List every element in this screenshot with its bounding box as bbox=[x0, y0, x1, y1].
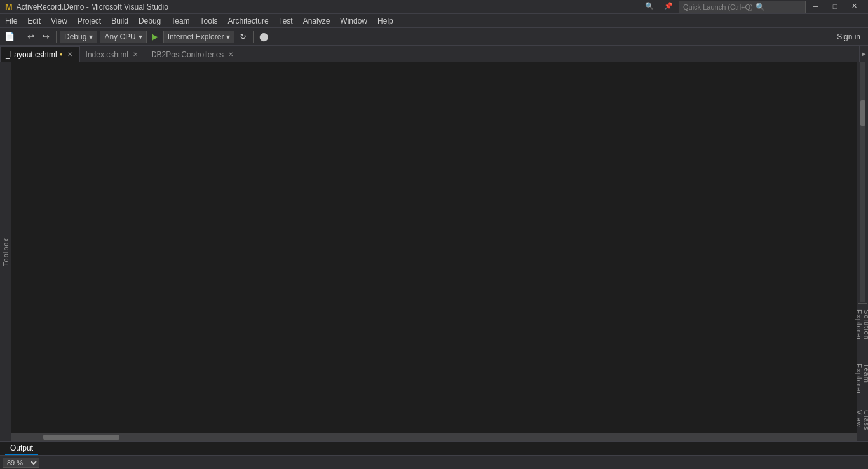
undo-icon[interactable]: ↩ bbox=[24, 30, 37, 44]
menu-item-view[interactable]: View bbox=[46, 14, 72, 28]
tab-scroll-right[interactable]: ▶ bbox=[859, 46, 868, 62]
sign-in-button[interactable]: Sign in bbox=[832, 32, 865, 41]
quick-launch-text: Quick Launch (Ctrl+Q) bbox=[683, 3, 753, 11]
tab-layout-cshtml[interactable]: _Layout.cshtml ● ✕ bbox=[0, 46, 80, 62]
menu-item-test[interactable]: Test bbox=[274, 14, 298, 28]
redo-icon[interactable]: ↪ bbox=[39, 30, 53, 44]
modified-indicator: ● bbox=[60, 51, 63, 57]
menu-item-analyze[interactable]: Analyze bbox=[298, 14, 336, 28]
code-content[interactable] bbox=[39, 62, 857, 433]
play-icon[interactable]: ▶ bbox=[148, 30, 162, 44]
title-bar: M ActiveRecord.Demo - Microsoft Visual S… bbox=[0, 0, 868, 14]
menu-item-team[interactable]: Team bbox=[166, 14, 194, 28]
maximize-button[interactable]: □ bbox=[826, 1, 844, 12]
tab-label: Index.cshtml bbox=[86, 50, 128, 59]
tab-label: _Layout.cshtml bbox=[6, 50, 57, 59]
tab-index-cshtml[interactable]: Index.cshtml ✕ bbox=[80, 46, 146, 62]
sidebar-divider bbox=[858, 303, 867, 304]
quick-launch-bar[interactable]: Quick Launch (Ctrl+Q) 🔍 bbox=[679, 1, 806, 13]
separator bbox=[56, 31, 57, 43]
filter-icon[interactable]: 🔍 bbox=[641, 1, 658, 12]
search-icon: 🔍 bbox=[756, 3, 765, 11]
main-area: Toolbox Solution Explorer Team Explorer … bbox=[0, 62, 868, 441]
chevron-down-icon: ▾ bbox=[226, 32, 230, 41]
menu-item-debug[interactable]: Debug bbox=[133, 14, 166, 28]
browser-dropdown[interactable]: Internet Explorer ▾ bbox=[163, 31, 235, 43]
tab-label: DB2PostController.cs bbox=[151, 50, 224, 59]
line-numbers bbox=[11, 62, 39, 433]
zoom-select[interactable]: 89 % 100 % bbox=[3, 458, 39, 468]
tab-close-icon[interactable]: ✕ bbox=[65, 50, 74, 59]
tab-db2post-controller[interactable]: DB2PostController.cs ✕ bbox=[146, 46, 241, 62]
team-explorer-tab[interactable]: Team Explorer bbox=[854, 358, 869, 402]
minimize-button[interactable]: ─ bbox=[807, 1, 825, 12]
refresh-icon[interactable]: ↻ bbox=[236, 30, 250, 44]
menu-item-file[interactable]: File bbox=[0, 14, 22, 28]
separator bbox=[253, 31, 254, 43]
toolbox-label: Toolbox bbox=[2, 238, 10, 266]
menu-bar: FileEditViewProjectBuildDebugTeamToolsAr… bbox=[0, 14, 868, 28]
output-panel: Output bbox=[0, 441, 868, 455]
h-scroll-thumb[interactable] bbox=[43, 435, 119, 440]
horizontal-scrollbar[interactable] bbox=[11, 433, 857, 441]
code-editor[interactable] bbox=[11, 62, 857, 441]
menu-item-window[interactable]: Window bbox=[335, 14, 372, 28]
pin-icon[interactable]: 📌 bbox=[660, 1, 677, 12]
close-button[interactable]: ✕ bbox=[845, 1, 863, 12]
vertical-scrollbar-track[interactable] bbox=[860, 62, 865, 302]
new-project-icon[interactable]: 📄 bbox=[3, 30, 17, 44]
menu-item-architecture[interactable]: Architecture bbox=[223, 14, 274, 28]
chevron-down-icon: ▾ bbox=[139, 32, 142, 41]
breakpoint-icon[interactable]: ⬤ bbox=[257, 30, 271, 44]
toolbox-sidebar[interactable]: Toolbox bbox=[0, 62, 11, 441]
solution-explorer-tab[interactable]: Solution Explorer bbox=[854, 304, 869, 355]
separator bbox=[20, 31, 20, 43]
debug-mode-dropdown[interactable]: Debug ▾ bbox=[60, 31, 97, 43]
window-controls: 🔍 📌 Quick Launch (Ctrl+Q) 🔍 ─ □ ✕ bbox=[641, 1, 863, 13]
browser-label: Internet Explorer bbox=[168, 32, 224, 41]
tab-close-icon[interactable]: ✕ bbox=[226, 50, 235, 59]
debug-mode-label: Debug bbox=[64, 32, 86, 41]
right-sidebar: Solution Explorer Team Explorer Class Vi… bbox=[857, 62, 868, 441]
vs-icon: M bbox=[5, 2, 13, 12]
window-title: ActiveRecord.Demo - Microsoft Visual Stu… bbox=[17, 3, 641, 11]
class-view-tab[interactable]: Class View bbox=[854, 405, 869, 441]
toolbar: 📄 ↩ ↪ Debug ▾ Any CPU ▾ ▶ Internet Explo… bbox=[0, 28, 868, 46]
zoom-bar: 89 % 100 % bbox=[0, 455, 868, 469]
platform-dropdown[interactable]: Any CPU ▾ bbox=[100, 31, 146, 43]
menu-item-tools[interactable]: Tools bbox=[195, 14, 223, 28]
menu-item-build[interactable]: Build bbox=[106, 14, 133, 28]
tab-close-icon[interactable]: ✕ bbox=[131, 50, 140, 59]
sidebar-divider bbox=[858, 357, 867, 357]
vertical-scrollbar-thumb[interactable] bbox=[860, 100, 865, 126]
menu-item-edit[interactable]: Edit bbox=[22, 14, 46, 28]
sidebar-divider bbox=[858, 404, 867, 404]
menu-item-project[interactable]: Project bbox=[72, 14, 106, 28]
tab-bar: _Layout.cshtml ● ✕ Index.cshtml ✕ DB2Pos… bbox=[0, 46, 868, 62]
menu-item-help[interactable]: Help bbox=[372, 14, 398, 28]
chevron-down-icon: ▾ bbox=[89, 32, 93, 41]
output-tab[interactable]: Output bbox=[5, 442, 38, 455]
platform-label: Any CPU bbox=[104, 32, 135, 41]
code-area bbox=[11, 62, 857, 433]
